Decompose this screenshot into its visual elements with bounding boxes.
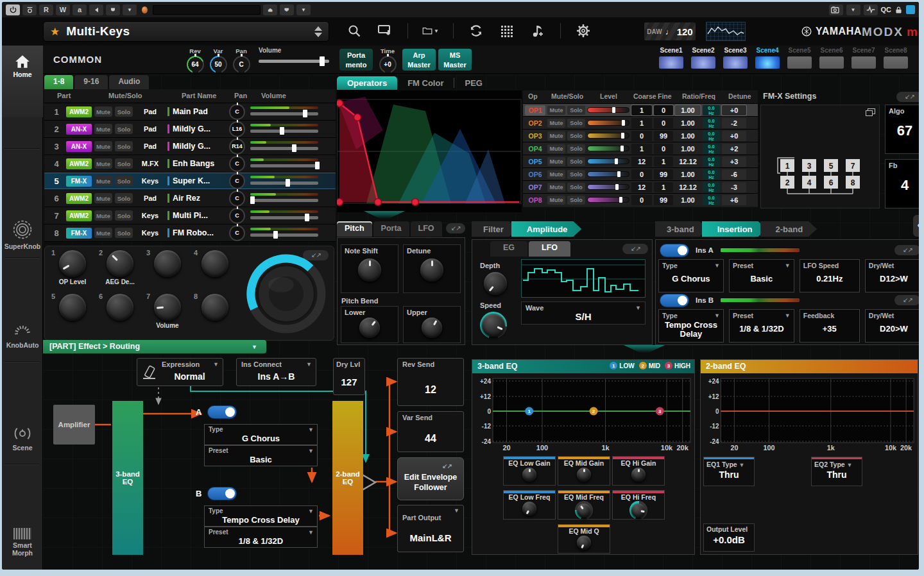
tab-peg[interactable]: PEG: [454, 76, 492, 90]
fx-param-type[interactable]: Type▼Tempo Cross Delay: [658, 309, 724, 343]
ratio-value[interactable]: 1.00: [675, 118, 701, 128]
tab-audio[interactable]: Audio: [109, 75, 149, 89]
mute-button[interactable]: Mute: [94, 141, 112, 151]
part-row[interactable]: 3AN-XMuteSoloPadMildly G...R14: [44, 138, 336, 155]
scene-pad[interactable]: [690, 56, 716, 69]
ratio-value[interactable]: 1.00: [675, 169, 701, 180]
ins-connect-select[interactable]: Ins Connect ▼ Ins A→B: [236, 358, 316, 386]
detune-value[interactable]: +6: [722, 195, 746, 205]
part-volume-slider[interactable]: [250, 227, 318, 239]
operator-row[interactable]: OP5MuteSolo12112.120.0Hz+3: [523, 155, 758, 167]
ins-a-toggle[interactable]: [660, 244, 689, 257]
variation-send-knob[interactable]: Var 50: [207, 47, 229, 73]
slot-a-toggle[interactable]: [207, 405, 237, 419]
solo-button[interactable]: Solo: [567, 183, 585, 192]
expand-icon[interactable]: ↙ ↗: [446, 223, 465, 233]
level-slider[interactable]: [587, 171, 629, 177]
detune-knob[interactable]: Detune: [403, 244, 461, 293]
scene-pad[interactable]: [883, 56, 909, 69]
fine-value[interactable]: 0: [654, 118, 673, 128]
mute-button[interactable]: Mute: [94, 210, 112, 221]
scene-pad[interactable]: [851, 56, 877, 69]
feedback-value-box[interactable]: Fb 4: [885, 159, 919, 208]
slot-a-preset-select[interactable]: Preset▼ Basic: [204, 445, 318, 466]
tab-porta[interactable]: Porta: [373, 221, 409, 237]
pan-knob[interactable]: R14: [229, 139, 245, 155]
popup-icon[interactable]: [868, 108, 875, 114]
pitch-bend-lower-knob[interactable]: Lower: [341, 306, 398, 343]
arp-master-button[interactable]: Arp Master: [402, 49, 436, 71]
slot-a-type-select[interactable]: Type▼ G Chorus: [204, 424, 318, 445]
super-knob[interactable]: [244, 251, 329, 336]
tab-fm-color[interactable]: FM Color: [397, 76, 454, 90]
solo-button[interactable]: Solo: [115, 210, 133, 221]
mute-button[interactable]: Mute: [547, 106, 565, 115]
3band-eq-graph[interactable]: +24+120-12-24201001k10k20k123: [475, 376, 693, 453]
power-icon[interactable]: [6, 4, 20, 15]
portamento-button[interactable]: Porta mento: [339, 49, 373, 71]
write-button[interactable]: W: [56, 4, 70, 15]
operator-envelope-graph[interactable]: [337, 90, 522, 212]
daw-tempo-badge[interactable]: DAW ♩ 120: [644, 22, 696, 41]
ratio-value[interactable]: 1.00: [675, 131, 701, 141]
coarse-value[interactable]: 0: [631, 169, 652, 180]
mute-button[interactable]: Mute: [94, 158, 112, 169]
expand-icon[interactable]: ↙ ↗: [896, 92, 919, 102]
2band-eq-graph[interactable]: +24+120-12-24201001k10k20k: [703, 376, 916, 453]
fx-param-feedback[interactable]: Feedback+35: [800, 309, 860, 343]
slot-b-preset-select[interactable]: Preset▼ 1/8 & 1/32D: [204, 527, 318, 548]
pan-knob[interactable]: Pan C: [230, 47, 252, 73]
detune-value[interactable]: -3: [722, 182, 746, 192]
note-shift-knob[interactable]: Note Shift: [341, 244, 398, 293]
eject-up-icon[interactable]: ⏏: [263, 4, 277, 15]
tab-lfo[interactable]: LFO: [411, 221, 442, 237]
operator-row[interactable]: OP7MuteSolo12112.120.0Hz-3: [523, 180, 758, 193]
part-row[interactable]: 5FM-XMuteSoloKeysSuper K...C: [44, 173, 336, 190]
level-slider[interactable]: [587, 133, 629, 139]
level-slider[interactable]: [587, 107, 629, 113]
pan-knob[interactable]: C: [229, 156, 245, 172]
pan-knob[interactable]: C: [229, 173, 245, 189]
grid-icon[interactable]: [499, 22, 515, 39]
assign-knob-7[interactable]: 7Volume: [146, 294, 189, 330]
lfo-depth-knob[interactable]: [484, 272, 507, 295]
scene-button[interactable]: Scene1: [657, 47, 685, 69]
eq-knob-eq-hi-gain[interactable]: EQ Hi Gain: [612, 456, 665, 486]
fine-value[interactable]: 99: [654, 169, 673, 180]
pan-knob[interactable]: C: [229, 191, 245, 207]
scene-pad[interactable]: [787, 56, 812, 69]
mute-button[interactable]: Mute: [547, 144, 565, 153]
snapshot-icon[interactable]: [829, 4, 843, 15]
operator-row[interactable]: OP1MuteSolo101.000.0Hz+0: [523, 103, 758, 116]
note-input-icon[interactable]: [529, 22, 546, 39]
eq-knob-eq-low-gain[interactable]: EQ Low Gain: [503, 456, 556, 486]
scene-button[interactable]: Scene2: [689, 47, 717, 69]
sidebar-item-home[interactable]: Home: [2, 46, 43, 117]
search-icon[interactable]: [346, 22, 363, 39]
read-button[interactable]: R: [39, 4, 53, 15]
expand-icon[interactable]: ↙ ↗: [622, 244, 648, 254]
ratio-value[interactable]: 1.00: [675, 144, 701, 154]
performance-name-box[interactable]: ★ Multi-Keys: [43, 21, 329, 42]
scene-pad[interactable]: [755, 56, 780, 69]
sidebar-item-scene[interactable]: Scene: [2, 425, 43, 452]
coarse-value[interactable]: 12: [631, 157, 652, 167]
level-slider[interactable]: [587, 184, 629, 190]
dry-level-box[interactable]: Dry Lvl 127: [333, 358, 365, 395]
pan-knob[interactable]: L16: [229, 121, 245, 137]
fx-param-type[interactable]: Type▼G Chorus: [658, 259, 724, 292]
scene-button[interactable]: Scene3: [721, 47, 749, 69]
fine-value[interactable]: 99: [654, 195, 673, 205]
os-dropdown[interactable]: ▼: [296, 4, 311, 15]
mute-button[interactable]: Mute: [94, 124, 112, 134]
sidebar-item-smart-morph[interactable]: Smart Morph: [2, 528, 43, 557]
solo-button[interactable]: Solo: [115, 228, 133, 238]
mute-button[interactable]: Mute: [547, 170, 565, 179]
eq-knob-eq-mid-q[interactable]: EQ Mid Q: [558, 524, 610, 554]
performance-spinner[interactable]: [314, 26, 322, 37]
fx-param-preset[interactable]: Preset▼Basic: [729, 259, 794, 292]
coarse-value[interactable]: 1: [631, 105, 652, 115]
var-send-box[interactable]: Var Send 44: [397, 411, 464, 452]
expand-icon[interactable]: ↙ ↗: [894, 295, 919, 305]
assign-knob-8[interactable]: 8: [194, 294, 236, 330]
